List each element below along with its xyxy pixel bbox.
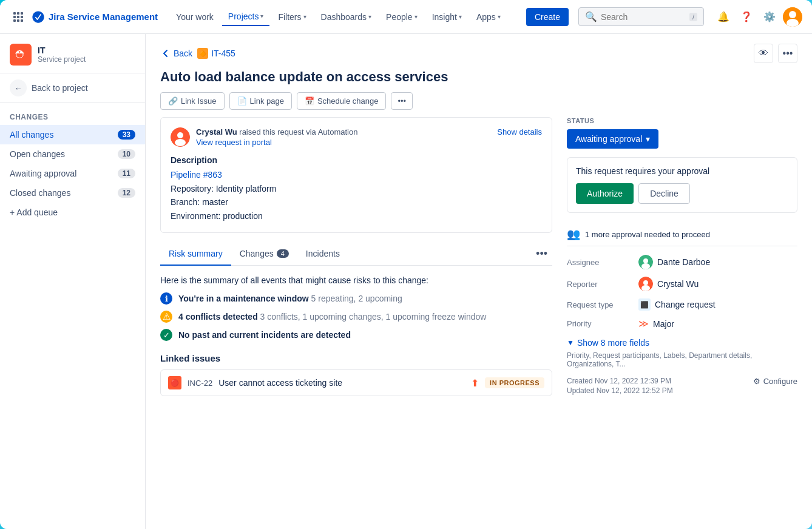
split-layout: Crystal Wu raised this request via Autom… bbox=[146, 117, 812, 529]
watch-icon[interactable]: 👁 bbox=[754, 44, 773, 63]
header-actions: 👁 ••• bbox=[754, 44, 797, 63]
search-box[interactable]: 🔍 / bbox=[578, 7, 704, 26]
svg-rect-2 bbox=[21, 12, 23, 15]
approval-buttons: Authorize Decline bbox=[576, 183, 788, 204]
pipeline-link[interactable]: Pipeline #863 bbox=[171, 170, 542, 180]
sidebar-item-awaiting-approval[interactable]: Awaiting approval 11 bbox=[0, 164, 145, 183]
priority-value: ≫ Major bbox=[638, 318, 674, 329]
nav-links: Your work Projects ▾ Filters ▾ Dashboard… bbox=[170, 8, 516, 26]
settings-icon[interactable]: ⚙️ bbox=[760, 7, 779, 27]
field-priority: Priority ≫ Major bbox=[567, 318, 797, 329]
breadcrumb: Back 🔶 IT-455 bbox=[160, 48, 235, 59]
tab-risk-summary[interactable]: Risk summary bbox=[160, 243, 231, 266]
project-header: ⛑ IT Service project bbox=[0, 34, 145, 73]
grid-icon[interactable] bbox=[10, 8, 27, 25]
description-label: Description bbox=[171, 155, 542, 165]
sidebar-item-all-changes[interactable]: All changes 33 bbox=[0, 125, 145, 144]
svg-rect-7 bbox=[17, 19, 19, 22]
search-icon: 🔍 bbox=[585, 11, 597, 22]
assignee-value: Dante Darboe bbox=[638, 255, 710, 269]
side-column: STATUS Awaiting approval ▾ This request … bbox=[567, 117, 797, 514]
request-type-label: Request type bbox=[567, 300, 634, 309]
more-options-icon[interactable]: ••• bbox=[778, 44, 797, 63]
risk-item-incidents: ✓ No past and current incidents are dete… bbox=[160, 329, 552, 341]
linked-issue-item: 🔴 INC-22 User cannot access ticketing si… bbox=[160, 369, 552, 396]
status-dropdown[interactable]: Awaiting approval ▾ bbox=[567, 129, 658, 149]
add-queue-button[interactable]: + Add queue bbox=[0, 203, 145, 222]
sidebar: ⛑ IT Service project ← Back to project C… bbox=[0, 34, 146, 529]
field-assignee: Assignee Dante Darboe bbox=[567, 255, 797, 269]
create-button[interactable]: Create bbox=[526, 8, 569, 26]
nav-insight[interactable]: Insight ▾ bbox=[426, 8, 468, 25]
description-text: Repository: Identity platform Branch: ma… bbox=[171, 182, 542, 223]
svg-rect-8 bbox=[21, 19, 23, 22]
app-logo[interactable]: Jira Service Management bbox=[32, 10, 158, 24]
svg-point-19 bbox=[643, 280, 648, 285]
sidebar-item-closed-changes[interactable]: Closed changes 12 bbox=[0, 183, 145, 203]
issue-title: Auto load balance update on access servi… bbox=[146, 63, 812, 85]
nav-dashboards[interactable]: Dashboards ▾ bbox=[315, 8, 378, 25]
activity-author: Crystal Wu raised this request via Autom… bbox=[196, 127, 491, 136]
sidebar-item-open-changes[interactable]: Open changes 10 bbox=[0, 144, 145, 164]
major-priority-icon: ≫ bbox=[638, 318, 649, 329]
view-portal-link[interactable]: View request in portal bbox=[196, 138, 491, 147]
field-rows: Assignee Dante Darboe Reporter bbox=[567, 255, 797, 329]
content-area: Back 🔶 IT-455 👁 ••• Auto load balance up… bbox=[146, 34, 812, 529]
show-more-fields[interactable]: ▼ Show 8 more fields bbox=[567, 338, 797, 348]
approval-needed: 👥 1 more approval needed to proceed bbox=[567, 223, 797, 246]
reporter-avatar bbox=[171, 127, 190, 147]
sidebar-section-changes: Changes bbox=[0, 103, 145, 125]
chevron-icon: ▼ bbox=[567, 339, 574, 347]
reporter-value: Crystal Wu bbox=[638, 277, 699, 291]
configure-button[interactable]: ⚙ Configure bbox=[753, 377, 797, 386]
svg-rect-5 bbox=[21, 16, 23, 18]
more-actions-button[interactable]: ••• bbox=[391, 92, 413, 110]
project-name: IT bbox=[38, 45, 86, 55]
svg-rect-6 bbox=[13, 19, 16, 22]
request-type-value: ⬛ Change request bbox=[638, 298, 716, 311]
nav-filters[interactable]: Filters ▾ bbox=[272, 8, 312, 25]
linked-status-badge: IN PROGRESS bbox=[485, 377, 544, 388]
show-details-link[interactable]: Show details bbox=[497, 127, 542, 136]
notifications-icon[interactable]: 🔔 bbox=[714, 7, 733, 27]
linked-issue-id[interactable]: INC-22 bbox=[188, 379, 212, 388]
nav-your-work[interactable]: Your work bbox=[170, 8, 220, 25]
link-icon: 🔗 bbox=[168, 96, 178, 106]
schedule-change-button[interactable]: 📅 Schedule change bbox=[297, 92, 386, 110]
tabs-more-button[interactable]: ••• bbox=[531, 243, 552, 265]
chevron-down-icon: ▾ bbox=[646, 134, 650, 144]
activity-row: Crystal Wu raised this request via Autom… bbox=[171, 127, 542, 147]
updated-date: Updated Nov 12, 2022 12:52 PM bbox=[567, 386, 797, 395]
link-issue-button[interactable]: 🔗 Link Issue bbox=[160, 92, 225, 110]
configure-icon: ⚙ bbox=[753, 377, 760, 386]
info-icon: ℹ bbox=[160, 292, 172, 305]
user-avatar[interactable] bbox=[783, 7, 802, 27]
nav-people[interactable]: People ▾ bbox=[380, 8, 424, 25]
assignee-label: Assignee bbox=[567, 258, 634, 267]
tab-changes[interactable]: Changes 4 bbox=[231, 243, 297, 266]
help-icon[interactable]: ❓ bbox=[737, 7, 756, 27]
project-type: Service project bbox=[38, 55, 86, 64]
request-type-icon: ⬛ bbox=[638, 298, 651, 311]
authorize-button[interactable]: Authorize bbox=[576, 183, 634, 204]
project-info: IT Service project bbox=[38, 45, 86, 64]
back-button[interactable]: Back bbox=[160, 48, 192, 59]
risk-items: ℹ You're in a maintenance window 5 repea… bbox=[160, 292, 552, 341]
svg-point-13 bbox=[177, 132, 183, 138]
tab-incidents[interactable]: Incidents bbox=[297, 243, 348, 266]
link-page-button[interactable]: 📄 Link page bbox=[229, 92, 292, 110]
approval-title: This request requires your approval bbox=[576, 166, 788, 176]
back-to-project[interactable]: ← Back to project bbox=[0, 73, 145, 103]
success-icon: ✓ bbox=[160, 329, 172, 341]
nav-apps[interactable]: Apps ▾ bbox=[470, 8, 507, 25]
nav-projects[interactable]: Projects ▾ bbox=[222, 8, 270, 26]
back-arrow-icon: ← bbox=[10, 79, 27, 96]
search-input[interactable] bbox=[601, 12, 686, 22]
linked-issue-summary: User cannot access ticketing site bbox=[218, 378, 465, 388]
description-section: Description Pipeline #863 Repository: Id… bbox=[171, 155, 542, 223]
decline-button[interactable]: Decline bbox=[638, 183, 690, 204]
approver-icon: 👥 bbox=[567, 227, 580, 241]
svg-point-17 bbox=[641, 263, 650, 269]
warning-icon: ⚠ bbox=[160, 311, 172, 323]
issue-id[interactable]: 🔶 IT-455 bbox=[197, 48, 235, 59]
